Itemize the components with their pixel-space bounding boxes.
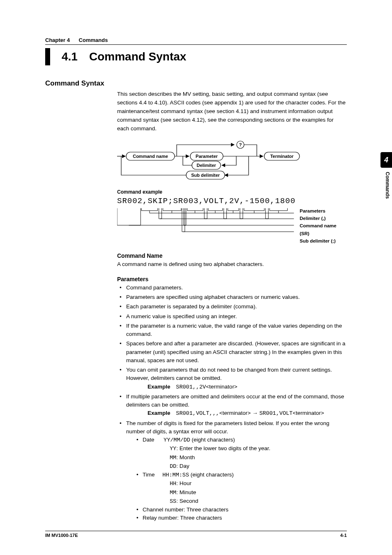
dd: DD [170,463,176,469]
example-line-1: Example SR001,,2V<terminator> [148,383,347,391]
chapter-title: Commands [79,37,108,43]
label-sub-delimiter: Sub delimiter (;) [300,237,347,245]
svg-text:?: ? [239,142,242,147]
section-marker [45,48,50,65]
chapter-label: Chapter 4 [45,37,70,43]
time-label: Time [143,472,155,478]
example-code-2a: SR001,VOLT,,, [176,410,219,416]
time-format: HH:MM:SS [162,472,189,478]
sub-bullet-time: Time HH:MM:SS (eight characters) HH: Hou… [135,471,347,506]
bullet-text: You can omit parameters that do not need… [126,367,332,381]
command-name-heading: Command Name [117,252,347,259]
bullet-item: Command parameters. [117,284,347,292]
dd-desc: : Day [176,463,189,469]
bullet-item: A numeric value is specified using an in… [117,312,347,321]
yy: YY [170,446,176,452]
bullet-item: If multiple parameters are omitted and d… [117,393,347,418]
side-tab: 4 [380,152,392,168]
sub-bullet-date: Date YY/MM/DD (eight characters) YY: Ent… [135,436,347,471]
svg-text:Delimiter: Delimiter [196,163,216,168]
yy-desc: : Enter the lower two digits of the year… [176,445,270,451]
example-label: Example [148,410,171,416]
intro-paragraph: This section describes the MV setting, b… [117,90,347,133]
svg-text:Command name: Command name [133,154,168,159]
example-tail-1: <terminator> [206,384,238,390]
bullet-item: Spaces before and after a parameter are … [117,340,347,365]
mm-desc: : Month [176,454,195,460]
example-tail-2: <terminator> [293,410,324,416]
mm2-desc: : Minute [176,489,196,495]
bullet-text: If multiple parameters are omitted and d… [126,393,344,408]
sub-bullet-channel: Channel number: Three characters [135,506,347,514]
command-example-heading: Command example [117,189,347,195]
bullet-text: The number of digits is fixed for the pa… [126,420,330,435]
svg-text:Sub delimiter: Sub delimiter [191,173,220,178]
date-label: Date [143,437,154,443]
bullet-item: The number of digits is fixed for the pa… [117,419,347,523]
fixed-digits-list: Date YY/MM/DD (eight characters) YY: Ent… [135,436,347,523]
svg-text:Parameter: Parameter [196,154,218,159]
sub-bullet-relay: Relay number: Three characters [135,514,347,522]
example-code-2b: SR001,VOLT [259,410,293,416]
ss-desc: : Second [176,498,198,504]
date-desc: (eight characters) [190,437,235,443]
mm: MM [170,455,176,461]
page-footer: IM MV1000-17E 4-1 [45,531,347,538]
example-label: Example [148,384,171,390]
command-example-code: SR002,SKIP;SR003,VOLT,2V,-1500,1800 [117,197,347,206]
example-labels: Parameters Delimiter (,) Command name (S… [300,207,347,245]
footer-right: 4-1 [340,533,347,538]
example-line-2: Example SR001,VOLT,,,<terminator> → SR00… [148,409,347,418]
subsection-heading: Command Syntax [45,79,347,88]
label-command-name: Command name (SR) [300,222,347,237]
hh: HH [170,481,176,487]
side-label: Commands [385,172,390,199]
command-name-text: A command name is defined using two alph… [117,260,347,268]
footer-left: IM MV1000-17E [45,533,78,538]
chapter-header: Chapter 4 Commands [45,37,347,45]
syntax-diagram: ? Command name Parameter Terminator Deli… [117,141,347,183]
parameters-heading: Parameters [117,276,347,282]
section-number: 4.1 [62,50,78,63]
time-desc: (eight characters) [189,472,234,478]
bullet-item: Each parameter is separated by a delimit… [117,303,347,311]
label-delimiter: Delimiter (,) [300,215,347,222]
date-format: YY/MM/DD [164,437,190,443]
ss: SS [170,498,176,504]
section-title: Command Syntax [89,50,187,63]
label-parameters: Parameters [300,207,347,215]
bullet-item: If the parameter is a numeric value, the… [117,322,347,339]
hh-desc: : Hour [176,480,191,486]
command-example-diagram: Parameters Delimiter (,) Command name (S… [117,207,347,245]
bullet-item: Parameters are specified using alphabet … [117,293,347,301]
mm2: MM [170,490,176,496]
section-title-row: 4.1 Command Syntax [45,48,347,65]
svg-text:Terminator: Terminator [270,154,294,159]
example-mid-2: <terminator> → [219,410,260,416]
parameters-list: Command parameters. Parameters are speci… [117,284,347,523]
bullet-item: You can omit parameters that do not need… [117,366,347,391]
example-code-1: SR001,,2V [176,384,206,390]
